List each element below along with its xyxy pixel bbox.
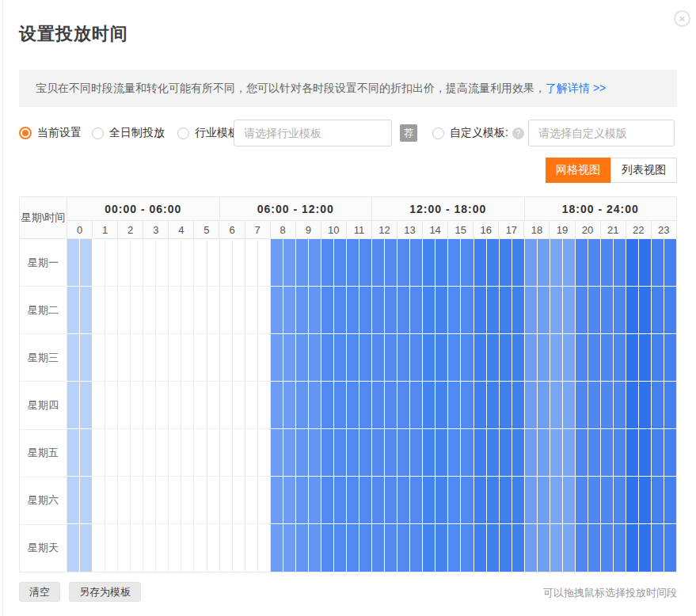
time-cell[interactable]	[652, 477, 664, 524]
time-cell[interactable]	[207, 382, 220, 429]
time-cell[interactable]	[512, 334, 525, 382]
time-cell[interactable]	[359, 334, 372, 382]
time-cell[interactable]	[588, 334, 601, 382]
time-cell[interactable]	[233, 382, 245, 429]
time-cell[interactable]	[550, 477, 563, 524]
time-cell[interactable]	[538, 477, 550, 524]
time-cell[interactable]	[105, 429, 118, 477]
time-cell[interactable]	[105, 382, 118, 429]
time-cell[interactable]	[385, 334, 397, 382]
time-cell[interactable]	[487, 239, 500, 287]
time-cell[interactable]	[359, 429, 372, 477]
time-cell[interactable]	[435, 334, 448, 382]
time-cell[interactable]	[220, 382, 233, 429]
time-cell[interactable]	[614, 382, 626, 429]
time-cell[interactable]	[156, 382, 169, 429]
time-cell[interactable]	[271, 429, 283, 477]
time-cell[interactable]	[500, 334, 512, 382]
time-cell[interactable]	[588, 287, 601, 334]
time-cell[interactable]	[105, 524, 118, 572]
time-cell[interactable]	[156, 239, 169, 287]
time-cell[interactable]	[334, 382, 347, 429]
time-cell[interactable]	[207, 239, 220, 287]
time-cell[interactable]	[118, 239, 131, 287]
time-cell[interactable]	[576, 334, 588, 382]
time-cell[interactable]	[397, 382, 410, 429]
time-cell[interactable]	[423, 477, 435, 524]
time-cell[interactable]	[347, 429, 359, 477]
time-cell[interactable]	[233, 287, 245, 334]
time-cell[interactable]	[372, 239, 385, 287]
time-cell[interactable]	[435, 477, 448, 524]
time-cell[interactable]	[639, 382, 652, 429]
time-cell[interactable]	[334, 477, 347, 524]
time-cell[interactable]	[93, 429, 105, 477]
time-cell[interactable]	[309, 382, 321, 429]
time-cell[interactable]	[474, 477, 487, 524]
time-cell[interactable]	[296, 429, 309, 477]
time-cell[interactable]	[626, 334, 639, 382]
option-industry-template[interactable]: 行业模板:	[177, 126, 242, 140]
time-cell[interactable]	[258, 334, 271, 382]
time-cell[interactable]	[397, 287, 410, 334]
time-cell[interactable]	[423, 382, 435, 429]
time-cell[interactable]	[207, 334, 220, 382]
time-cell[interactable]	[321, 429, 334, 477]
time-cell[interactable]	[169, 477, 181, 524]
time-cell[interactable]	[372, 429, 385, 477]
time-cell[interactable]	[639, 429, 652, 477]
time-cell[interactable]	[626, 239, 639, 287]
time-cell[interactable]	[258, 429, 271, 477]
time-cell[interactable]	[131, 239, 143, 287]
time-cell[interactable]	[410, 477, 423, 524]
time-cell[interactable]	[410, 287, 423, 334]
time-cell[interactable]	[652, 429, 664, 477]
time-cell[interactable]	[359, 287, 372, 334]
time-cell[interactable]	[550, 334, 563, 382]
time-cell[interactable]	[474, 239, 487, 287]
time-cell[interactable]	[105, 287, 118, 334]
time-cell[interactable]	[258, 524, 271, 572]
time-cell[interactable]	[67, 524, 80, 572]
time-cell[interactable]	[131, 429, 143, 477]
option-custom-template[interactable]: 自定义模板: ?	[432, 126, 524, 140]
time-cell[interactable]	[588, 239, 601, 287]
time-cell[interactable]	[181, 524, 194, 572]
time-cell[interactable]	[461, 429, 474, 477]
time-cell[interactable]	[118, 382, 131, 429]
time-cell[interactable]	[614, 524, 626, 572]
time-cell[interactable]	[525, 382, 538, 429]
time-cell[interactable]	[423, 524, 435, 572]
time-cell[interactable]	[258, 477, 271, 524]
time-cell[interactable]	[487, 334, 500, 382]
time-cell[interactable]	[321, 239, 334, 287]
time-cell[interactable]	[563, 239, 576, 287]
time-cell[interactable]	[359, 382, 372, 429]
time-cell[interactable]	[500, 477, 512, 524]
time-cell[interactable]	[652, 239, 664, 287]
help-icon[interactable]: ?	[512, 127, 524, 139]
time-cell[interactable]	[359, 239, 372, 287]
time-cell[interactable]	[347, 524, 359, 572]
time-cell[interactable]	[639, 287, 652, 334]
time-cell[interactable]	[487, 382, 500, 429]
time-cell[interactable]	[639, 239, 652, 287]
time-cell[interactable]	[80, 477, 93, 524]
time-cell[interactable]	[525, 477, 538, 524]
time-cell[interactable]	[487, 477, 500, 524]
time-cell[interactable]	[410, 334, 423, 382]
time-cell[interactable]	[525, 334, 538, 382]
time-cell[interactable]	[538, 429, 550, 477]
time-cell[interactable]	[664, 429, 676, 477]
time-cell[interactable]	[271, 334, 283, 382]
industry-template-select[interactable]	[234, 120, 392, 146]
time-cell[interactable]	[156, 287, 169, 334]
time-cell[interactable]	[118, 287, 131, 334]
time-cell[interactable]	[538, 382, 550, 429]
time-cell[interactable]	[156, 429, 169, 477]
time-cell[interactable]	[601, 334, 614, 382]
time-cell[interactable]	[181, 239, 194, 287]
time-cell[interactable]	[131, 524, 143, 572]
time-cell[interactable]	[500, 239, 512, 287]
time-cell[interactable]	[512, 239, 525, 287]
